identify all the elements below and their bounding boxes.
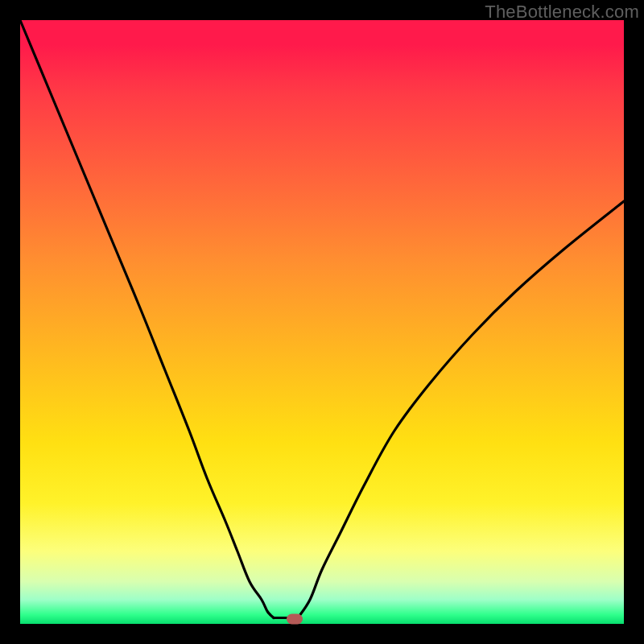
curve-right-segment [298, 201, 624, 618]
chart-frame: TheBottleneck.com [0, 0, 644, 644]
plot-area [20, 20, 624, 624]
curve-left-segment [20, 20, 274, 618]
curve-layer [20, 20, 624, 624]
operating-point-marker [287, 614, 303, 625]
